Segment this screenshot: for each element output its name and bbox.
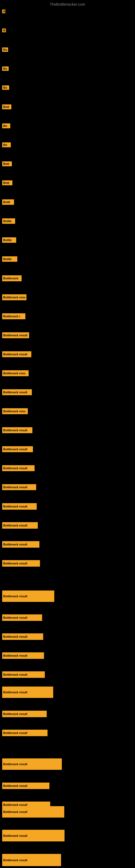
bar-label: Bottleneck result: [2, 782, 49, 789]
bar-label: Bottleneck result: [2, 389, 32, 395]
bar-item: Bottleneck result: [2, 686, 53, 698]
bar-label: Bottleneck: [2, 275, 21, 281]
bar-label: Bottl: [2, 199, 14, 205]
bar-label: Bo: [2, 123, 10, 128]
bar-label: Bottleneck result: [2, 854, 61, 866]
bar-item: Bottleneck result: [2, 730, 48, 736]
bar-label: Bott: [2, 104, 11, 109]
bar-label: Bottleneck result: [2, 758, 62, 770]
bar-label: Bottleneck result: [2, 522, 38, 529]
bar-label: Bottleneck result: [2, 465, 35, 471]
bar-item: Bottleneck resu: [2, 408, 28, 414]
bar-label: Bottleneck result: [2, 427, 32, 433]
bar-label: Bottleneck result: [2, 686, 53, 698]
bar-item: Bott: [2, 104, 11, 109]
bar-item: Bottleneck resu: [2, 294, 27, 300]
bar-item: Bottleneck result: [2, 560, 40, 567]
bar-label: Bottleneck result: [2, 332, 29, 338]
bar-label: B: [2, 29, 6, 32]
bar-item: Bott: [2, 180, 12, 185]
bar-label: Bottleneck result: [2, 806, 64, 817]
bar-item: B: [2, 9, 5, 13]
bar-item: Bo: [2, 143, 11, 147]
bar-item: Bottleneck result: [2, 446, 33, 452]
bar-label: Bottleneck resu: [2, 408, 28, 414]
bar-label: Bottleneck r: [2, 313, 26, 319]
bar-label: Bottleneck result: [2, 711, 47, 717]
bar-item: Bottleneck result: [2, 854, 61, 866]
site-title: TheBottlenecker.com: [50, 2, 85, 6]
bar-item: Bottleneck result: [2, 711, 47, 717]
bar-item: Bottleneck: [2, 275, 21, 281]
bar-item: Bottleneck result: [2, 351, 31, 357]
bar-label: Bottleneck result: [2, 652, 44, 659]
bar-label: Bo: [2, 86, 9, 90]
bar-label: Bottleneck result: [2, 671, 45, 678]
bar-label: Bottleneck result: [2, 614, 42, 621]
bar-item: Bottleneck r: [2, 313, 26, 319]
bar-item: Bottle: [2, 218, 15, 224]
bar-item: Bottleneck result: [2, 503, 37, 510]
bar-label: Bott: [2, 161, 12, 166]
bar-label: Bottle: [2, 218, 15, 224]
bar-label: Bo: [2, 66, 9, 71]
bar-item: Bott: [2, 161, 12, 166]
bar-item: Bottleneck result: [2, 806, 64, 817]
bar-item: Bottleneck result: [2, 541, 39, 548]
bar-label: Bottleneck result: [2, 446, 33, 452]
bar-item: Bottle: [2, 256, 17, 262]
bar-label: Bottleneck result: [2, 830, 64, 841]
bar-item: Bo: [2, 86, 9, 90]
bar-label: Bottleneck result: [2, 560, 40, 567]
bar-label: Bottleneck result: [2, 633, 43, 640]
bar-label: Bottleneck resu: [2, 294, 27, 300]
bar-item: Bottleneck result: [2, 758, 62, 770]
bar-item: Bottl: [2, 199, 14, 205]
bar-item: Bo: [2, 66, 9, 71]
bar-item: Bottleneck result: [2, 465, 35, 471]
bar-label: Bottleneck result: [2, 541, 39, 548]
bar-label: Bo: [2, 48, 8, 52]
bar-label: Bo: [2, 143, 11, 147]
bar-item: Bottleneck resu: [2, 370, 29, 376]
bar-item: Bottleneck result: [2, 427, 32, 433]
bar-label: Bottleneck result: [2, 730, 48, 736]
bar-item: Bottleneck result: [2, 389, 32, 395]
bar-item: Bo: [2, 48, 8, 52]
bar-item: Bottleneck result: [2, 484, 36, 490]
bar-item: Bottleneck result: [2, 671, 45, 678]
bar-item: Bottleneck result: [2, 332, 29, 338]
bar-label: Bottleneck result: [2, 484, 36, 490]
bar-label: Bottle: [2, 256, 17, 262]
bar-label: Bottle: [2, 237, 16, 243]
bar-label: Bottleneck result: [2, 351, 31, 357]
bar-item: Bottleneck result: [2, 614, 42, 621]
bar-item: Bottleneck result: [2, 522, 38, 529]
bar-item: Bottleneck result: [2, 782, 49, 789]
bar-label: B: [2, 9, 5, 13]
bar-label: Bottleneck result: [2, 590, 54, 602]
bar-label: Bott: [2, 180, 12, 185]
bar-item: Bottleneck result: [2, 652, 44, 659]
bar-item: Bottleneck result: [2, 633, 43, 640]
bar-item: Bottleneck result: [2, 590, 54, 602]
bar-item: B: [2, 29, 6, 32]
bar-label: Bottleneck resu: [2, 370, 29, 376]
bar-item: Bottle: [2, 237, 16, 243]
bar-item: Bottleneck result: [2, 830, 64, 841]
bar-item: Bo: [2, 123, 10, 128]
bar-label: Bottleneck result: [2, 503, 37, 510]
